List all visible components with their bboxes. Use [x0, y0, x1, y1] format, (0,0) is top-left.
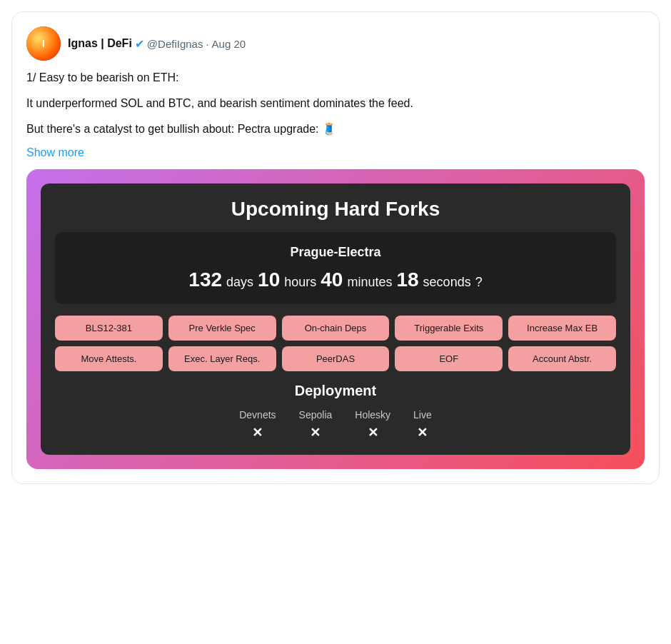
separator: · — [206, 38, 208, 50]
tweet-line-2: It underperformed SOL and BTC, and beari… — [26, 95, 645, 112]
show-more-link[interactable]: Show more — [26, 146, 645, 159]
tag-peerdas[interactable]: PeerDAS — [282, 346, 390, 371]
author-handle: @DefiIgnas — [147, 38, 203, 50]
verified-icon: ✔ — [135, 37, 144, 51]
tweet-body: 1/ Easy to be bearish on ETH: It underpe… — [26, 69, 645, 138]
countdown-question: ? — [475, 275, 483, 290]
tag-bls12-381[interactable]: BLS12-381 — [55, 316, 163, 341]
holesky-label: Holesky — [355, 409, 390, 421]
hardfork-title: Upcoming Hard Forks — [55, 198, 616, 221]
tweet-date: Aug 20 — [212, 38, 246, 50]
tag-triggerable-exits[interactable]: Triggerable Exits — [395, 316, 503, 341]
tweet-card: I Ignas | DeFi ✔ @DefiIgnas · Aug 20 1/ … — [11, 11, 660, 484]
tag-on-chain-deps[interactable]: On-chain Deps — [282, 316, 390, 341]
author-name-row: Ignas | DeFi ✔ @DefiIgnas · Aug 20 — [68, 37, 246, 51]
tag-exec-layer-reqs[interactable]: Exec. Layer Reqs. — [168, 346, 276, 371]
tag-move-attests[interactable]: Move Attests. — [55, 346, 163, 371]
fork-name: Prague-Electra — [64, 245, 607, 260]
hardfork-card: Upcoming Hard Forks Prague-Electra 132 d… — [26, 169, 645, 469]
hardfork-inner: Upcoming Hard Forks Prague-Electra 132 d… — [41, 183, 630, 455]
devnets-label: Devnets — [239, 409, 276, 421]
tweet-line-1: 1/ Easy to be bearish on ETH: — [26, 69, 645, 86]
devnets-value: ✕ — [252, 425, 263, 441]
deployment-col-live: Live ✕ — [413, 409, 432, 441]
deployment-col-holesky: Holesky ✕ — [355, 409, 390, 441]
countdown-row: 132 days 10 hours 40 minutes 18 seconds … — [64, 268, 607, 291]
countdown-hours-num: 10 — [258, 268, 280, 291]
avatar: I — [26, 26, 61, 61]
countdown-minutes-num: 40 — [321, 268, 343, 291]
tag-eof[interactable]: EOF — [395, 346, 503, 371]
tweet-line-3: But there's a catalyst to get bullish ab… — [26, 121, 645, 138]
deployment-col-devnets: Devnets ✕ — [239, 409, 276, 441]
countdown-seconds-label: seconds — [423, 275, 471, 290]
holesky-value: ✕ — [368, 425, 378, 441]
tag-account-abstr[interactable]: Account Abstr. — [508, 346, 616, 371]
tweet-header: I Ignas | DeFi ✔ @DefiIgnas · Aug 20 — [26, 26, 645, 61]
countdown-days-num: 132 — [188, 268, 222, 291]
tag-pre-verkle-spec[interactable]: Pre Verkle Spec — [168, 316, 276, 341]
sepolia-label: Sepolia — [299, 409, 333, 421]
tags-grid: BLS12-381 Pre Verkle Spec On-chain Deps … — [55, 316, 616, 371]
deployment-col-sepolia: Sepolia ✕ — [299, 409, 333, 441]
deployment-title: Deployment — [55, 383, 616, 399]
author-info: Ignas | DeFi ✔ @DefiIgnas · Aug 20 — [68, 37, 246, 51]
countdown-section: Prague-Electra 132 days 10 hours 40 minu… — [55, 232, 616, 304]
deployment-table: Devnets ✕ Sepolia ✕ Holesky ✕ Live ✕ — [55, 409, 616, 441]
author-name: Ignas | DeFi — [68, 37, 132, 50]
deployment-section: Deployment Devnets ✕ Sepolia ✕ Holesky ✕ — [55, 383, 616, 441]
countdown-hours-label: hours — [284, 275, 316, 290]
live-label: Live — [413, 409, 432, 421]
sepolia-value: ✕ — [310, 425, 321, 441]
tag-increase-max-eb[interactable]: Increase Max EB — [508, 316, 616, 341]
countdown-days-label: days — [226, 275, 253, 290]
countdown-seconds-num: 18 — [396, 268, 418, 291]
live-value: ✕ — [417, 425, 428, 441]
countdown-minutes-label: minutes — [347, 275, 392, 290]
